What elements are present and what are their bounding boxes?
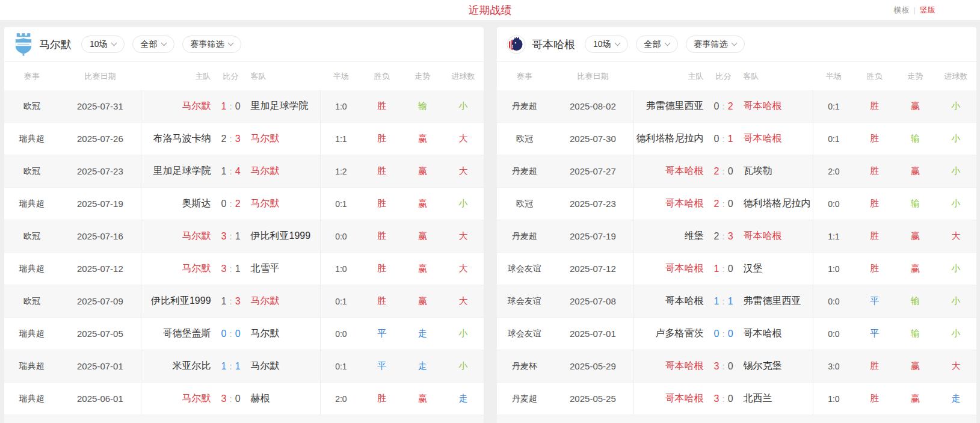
scope-filter-dropdown[interactable]: 全部 [132, 36, 174, 53]
match-score: 3 : 1 [211, 264, 251, 274]
handicap-trend: 赢 [402, 133, 443, 144]
win-loss-result: 胜 [854, 100, 895, 112]
match-row[interactable]: 瑞典超 2025-06-01 马尔默 3 : 0 赫根 2:0 胜 赢 走 [4, 383, 484, 415]
home-score: 2 [714, 199, 720, 209]
team-panel-header: 哥本哈根 10场 全部 赛事筛选 [497, 27, 976, 62]
handicap-trend: 输 [895, 328, 935, 339]
match-row[interactable]: 瑞典超 2025-07-12 马尔默 3 : 1 北雪平 1:0 胜 赢 大 [4, 253, 484, 285]
home-score: 1 [221, 361, 227, 372]
chevron-down-icon [614, 40, 620, 46]
score-colon: : [229, 231, 232, 242]
table-header: 赛事 比赛日期 主队 比分 客队 半场 胜负 走势 进球数 [497, 62, 976, 90]
handicap-trend: 赢 [402, 198, 443, 209]
col-header-goals: 进球数 [443, 71, 484, 82]
away-score: 4 [235, 166, 241, 177]
win-loss-result: 胜 [362, 295, 402, 307]
match-row[interactable]: 欧冠 2025-07-23 哥本哈根 2 : 0 德利塔格尼拉内 0:0 胜 输… [497, 188, 976, 220]
goals-over-under: 小 [935, 295, 976, 307]
match-row[interactable]: 欧冠 2025-07-31 马尔默 1 : 0 里加足球学院 1:0 胜 输 小 [4, 90, 484, 123]
away-score: 0 [235, 394, 241, 404]
match-date: 2025-05-25 [552, 394, 633, 404]
team-panels-container: 马尔默 10场 全部 赛事筛选 赛事 比赛日期 主队 比分 客队 半场 [0, 20, 980, 423]
handicap-trend: 赢 [895, 263, 935, 274]
match-row[interactable]: 丹麦超 2025-05-25 哥本哈根 3 : 0 北西兰 1:0 胜 赢 走 [497, 383, 976, 415]
match-row[interactable]: 瑞典超 2025-07-26 布洛马波卡纳 2 : 3 马尔默 1:1 胜 赢 … [4, 123, 484, 155]
col-header-match: 主队 比分 客队 [141, 71, 321, 82]
home-score: 2 [714, 231, 720, 242]
match-row[interactable]: 瑞典超 2025-07-19 奥斯达 0 : 2 马尔默 0:1 胜 赢 小 [4, 188, 484, 220]
goals-over-under: 大 [443, 230, 484, 242]
col-header-goals: 进球数 [935, 71, 976, 82]
home-score: 1 [714, 296, 720, 307]
matches-filter-dropdown[interactable]: 10场 [585, 36, 628, 53]
half-time-score: 2:0 [813, 167, 854, 176]
home-score: 1 [714, 264, 720, 274]
away-score: 0 [235, 101, 241, 112]
match-league: 瑞典超 [4, 199, 60, 209]
team-panel: 哥本哈根 10场 全部 赛事筛选 赛事 比赛日期 主队 比分 客队 半场 [497, 27, 976, 423]
matches-filter-dropdown[interactable]: 10场 [81, 36, 125, 53]
match-league: 球会友谊 [497, 296, 552, 307]
home-score: 0 [221, 329, 227, 339]
match-row[interactable]: 丹麦超 2025-07-19 维堡 2 : 3 哥本哈根 1:1 胜 赢 大 [497, 220, 976, 253]
match-row[interactable]: 欧冠 2025-07-30 德利塔格尼拉内 0 : 1 哥本哈根 0:1 胜 输… [497, 123, 976, 155]
event-filter-dropdown[interactable]: 赛事筛选 [182, 36, 241, 53]
match-score: 0 : 2 [211, 199, 251, 209]
home-score: 3 [221, 264, 227, 274]
chevron-down-icon [111, 40, 117, 46]
away-team-name: 瓦埃勒 [744, 165, 813, 178]
match-teams: 哥本哈根 3 : 0 锡尔克堡 [633, 350, 813, 382]
home-team-name: 哥本哈根 [634, 360, 703, 372]
half-time-score: 0:0 [813, 329, 854, 339]
layout-toggle: 横板 | 竖版 [894, 0, 935, 20]
match-row[interactable]: 球会友谊 2025-07-01 卢多格雷茨 0 : 0 哥本哈根 0:0 平 输… [497, 318, 976, 350]
half-time-score: 0:1 [321, 362, 362, 371]
win-loss-result: 胜 [362, 165, 402, 177]
layout-toggle-horizontal[interactable]: 横板 [894, 5, 910, 16]
score-colon: : [722, 166, 724, 177]
handicap-trend: 走 [402, 328, 443, 339]
match-score: 1 : 4 [211, 166, 251, 177]
match-row[interactable]: 欧冠 2025-07-09 伊比利亚1999 1 : 3 马尔默 0:1 胜 赢… [4, 285, 484, 318]
match-score: 1 : 1 [211, 361, 251, 372]
team-logo-icon [14, 33, 33, 56]
match-row[interactable]: 瑞典超 2025-07-05 哥德堡盖斯 0 : 0 马尔默 0:0 平 走 小 [4, 318, 484, 350]
match-row[interactable]: 丹麦超 2025-08-02 弗雷德里西亚 0 : 2 哥本哈根 0:1 胜 赢… [497, 90, 976, 123]
match-row[interactable]: 瑞典超 2025-07-01 米亚尔比 1 : 1 马尔默 0:1 平 走 小 [4, 350, 484, 383]
away-team-name: 德利塔格尼拉内 [744, 197, 813, 210]
handicap-trend: 赢 [402, 230, 443, 242]
goals-over-under: 小 [935, 263, 976, 274]
match-row[interactable]: 球会友谊 2025-07-12 哥本哈根 1 : 0 汉堡 1:0 胜 赢 小 [497, 253, 976, 285]
event-filter-dropdown[interactable]: 赛事筛选 [686, 36, 745, 53]
away-score: 2 [235, 199, 241, 209]
win-loss-result: 平 [362, 360, 402, 372]
half-time-score: 1:0 [321, 102, 362, 111]
match-row[interactable]: 球会友谊 2025-07-08 哥本哈根 1 : 1 弗雷德里西亚 0:0 平 … [497, 285, 976, 318]
match-score: 2 : 0 [704, 166, 744, 177]
layout-toggle-vertical[interactable]: 竖版 [920, 5, 935, 16]
match-league: 欧冠 [4, 101, 60, 112]
win-loss-result: 胜 [854, 198, 895, 209]
away-team-name: 哥本哈根 [744, 132, 813, 145]
match-league: 欧冠 [4, 166, 60, 177]
match-row[interactable]: 丹麦杯 2025-05-29 哥本哈根 3 : 0 锡尔克堡 3:0 胜 赢 大 [497, 350, 976, 383]
goals-over-under: 小 [935, 100, 976, 112]
home-team-name: 马尔默 [141, 262, 211, 275]
goals-over-under: 小 [935, 328, 976, 339]
chevron-down-icon [161, 40, 167, 46]
score-colon: : [229, 166, 232, 177]
match-row[interactable]: 欧冠 2025-07-16 马尔默 3 : 1 伊比利亚1999 0:0 胜 赢… [4, 220, 484, 253]
score-colon: : [229, 101, 232, 112]
match-score: 3 : 0 [704, 361, 744, 372]
event-filter-label: 赛事筛选 [191, 39, 224, 50]
match-league: 丹麦杯 [497, 361, 552, 372]
match-teams: 米亚尔比 1 : 1 马尔默 [141, 350, 321, 382]
home-team-name: 哥本哈根 [634, 392, 703, 405]
home-score: 0 [221, 199, 227, 209]
match-score: 2 : 0 [704, 199, 744, 209]
match-date: 2025-07-31 [60, 101, 141, 111]
scope-filter-dropdown[interactable]: 全部 [636, 36, 678, 53]
match-row[interactable]: 欧冠 2025-07-23 里加足球学院 1 : 4 马尔默 1:2 胜 赢 大 [4, 155, 484, 188]
match-date: 2025-07-30 [552, 134, 633, 144]
match-row[interactable]: 丹麦超 2025-07-27 哥本哈根 2 : 0 瓦埃勒 2:0 胜 赢 小 [497, 155, 976, 188]
